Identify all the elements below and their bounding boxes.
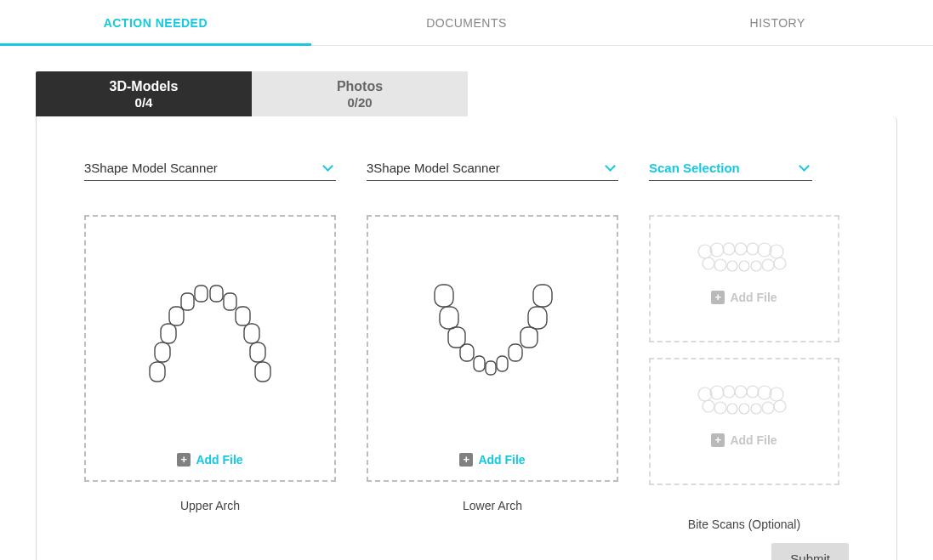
plus-icon: + [177, 453, 191, 467]
svg-point-40 [735, 386, 747, 398]
svg-rect-16 [474, 356, 485, 371]
scanner-select-2[interactable]: 3Shape Model Scanner [367, 159, 618, 181]
svg-point-28 [758, 243, 771, 257]
subtab-3d-models-count: 0/4 [36, 95, 252, 111]
svg-point-26 [735, 243, 747, 255]
svg-rect-12 [435, 285, 453, 307]
svg-point-38 [710, 386, 724, 399]
subtab-photos-label: Photos [252, 78, 468, 95]
svg-rect-13 [440, 307, 458, 329]
svg-rect-7 [224, 293, 236, 310]
chevron-down-icon [606, 162, 617, 173]
submit-button[interactable]: Submit [771, 543, 849, 560]
svg-point-49 [762, 402, 774, 414]
scanner-select-2-value: 3Shape Model Scanner [367, 159, 618, 180]
svg-point-39 [723, 386, 735, 398]
svg-point-27 [747, 243, 759, 255]
bite-scan-1-dropzone[interactable]: + Add File [649, 215, 839, 342]
lower-arch-add-file[interactable]: + Add File [459, 453, 525, 467]
chevron-down-icon [800, 162, 811, 173]
svg-rect-21 [528, 307, 547, 329]
scan-selection-select[interactable]: Scan Selection [649, 159, 812, 181]
svg-point-31 [714, 259, 726, 271]
submit-row: Submit [84, 543, 849, 560]
chevron-down-icon [324, 162, 334, 173]
scan-selection-value: Scan Selection [649, 159, 812, 180]
svg-rect-11 [255, 362, 270, 382]
select-row: 3Shape Model Scanner 3Shape Model Scanne… [84, 159, 849, 181]
plus-icon: + [711, 433, 725, 447]
tab-documents[interactable]: DOCUMENTS [311, 0, 623, 45]
plus-icon: + [459, 453, 473, 467]
lower-arch-dropzone[interactable]: + Add File [367, 215, 618, 482]
bite-scans-column: + Add File [649, 215, 839, 531]
scanner-select-1[interactable]: 3Shape Model Scanner [84, 159, 336, 181]
svg-point-45 [714, 402, 726, 414]
svg-point-23 [698, 245, 712, 258]
svg-rect-22 [533, 285, 552, 307]
scanner-select-1-value: 3Shape Model Scanner [84, 159, 336, 180]
svg-rect-14 [448, 327, 465, 348]
svg-rect-1 [155, 342, 170, 362]
svg-point-44 [703, 400, 714, 412]
svg-point-46 [727, 404, 737, 414]
bite-scan-1-add-file-label: Add File [730, 291, 777, 304]
svg-rect-6 [210, 286, 223, 302]
primary-tabs: ACTION NEEDED DOCUMENTS HISTORY [0, 0, 933, 46]
upper-arch-add-file[interactable]: + Add File [177, 453, 242, 467]
svg-point-30 [703, 257, 714, 269]
svg-point-36 [774, 257, 786, 269]
svg-rect-9 [244, 324, 259, 343]
bite-scan-icon [693, 240, 795, 277]
svg-rect-18 [497, 356, 508, 371]
tab-action-needed-label: ACTION NEEDED [104, 16, 208, 30]
upper-arch-dropzone[interactable]: + Add File [84, 215, 336, 482]
lower-arch-add-file-label: Add File [478, 453, 525, 467]
tab-history[interactable]: HISTORY [622, 0, 933, 45]
subtab-3d-models[interactable]: 3D-Models 0/4 [36, 71, 252, 116]
tab-action-needed[interactable]: ACTION NEEDED [0, 0, 311, 45]
svg-point-43 [770, 387, 783, 401]
svg-rect-3 [169, 307, 184, 325]
upper-arch-icon [142, 278, 278, 392]
upper-arch-column: + Add File Upper Arch [84, 215, 336, 512]
svg-rect-8 [236, 307, 250, 325]
svg-point-47 [739, 404, 749, 414]
svg-rect-2 [161, 324, 176, 343]
svg-rect-20 [521, 327, 538, 348]
submit-button-label: Submit [790, 552, 830, 560]
upper-arch-add-file-label: Add File [196, 453, 242, 467]
bite-scan-icon [693, 382, 795, 420]
lower-arch-column: + Add File Lower Arch [367, 215, 618, 512]
tab-history-label: HISTORY [750, 16, 805, 30]
svg-point-35 [762, 259, 774, 271]
bite-scan-2-dropzone[interactable]: + Add File [649, 358, 839, 485]
svg-point-37 [698, 387, 712, 401]
svg-rect-5 [195, 286, 208, 302]
secondary-tabs: 3D-Models 0/4 Photos 0/20 [0, 71, 933, 116]
upper-arch-caption: Upper Arch [84, 499, 336, 512]
svg-point-29 [770, 245, 783, 258]
svg-point-50 [774, 400, 786, 412]
plus-icon: + [711, 291, 725, 304]
svg-point-48 [751, 404, 761, 414]
svg-rect-10 [250, 342, 265, 362]
svg-point-33 [739, 261, 749, 271]
bite-scans-caption: Bite Scans (Optional) [649, 518, 839, 531]
lower-arch-caption: Lower Arch [367, 499, 618, 512]
bite-scan-1-add-file[interactable]: + Add File [711, 291, 777, 304]
subtab-photos[interactable]: Photos 0/20 [252, 71, 468, 116]
svg-rect-0 [150, 362, 165, 382]
svg-point-34 [751, 261, 761, 271]
svg-point-25 [723, 243, 735, 255]
svg-point-24 [710, 243, 724, 257]
tab-documents-label: DOCUMENTS [426, 16, 507, 30]
lower-arch-icon [424, 278, 560, 392]
svg-point-42 [758, 386, 771, 399]
bite-scan-2-add-file[interactable]: + Add File [711, 433, 777, 447]
dropzones: + Add File Upper Arch [84, 215, 849, 531]
svg-point-32 [727, 261, 737, 271]
svg-rect-4 [181, 293, 194, 310]
subtab-3d-models-label: 3D-Models [36, 78, 252, 95]
svg-point-41 [747, 386, 759, 398]
